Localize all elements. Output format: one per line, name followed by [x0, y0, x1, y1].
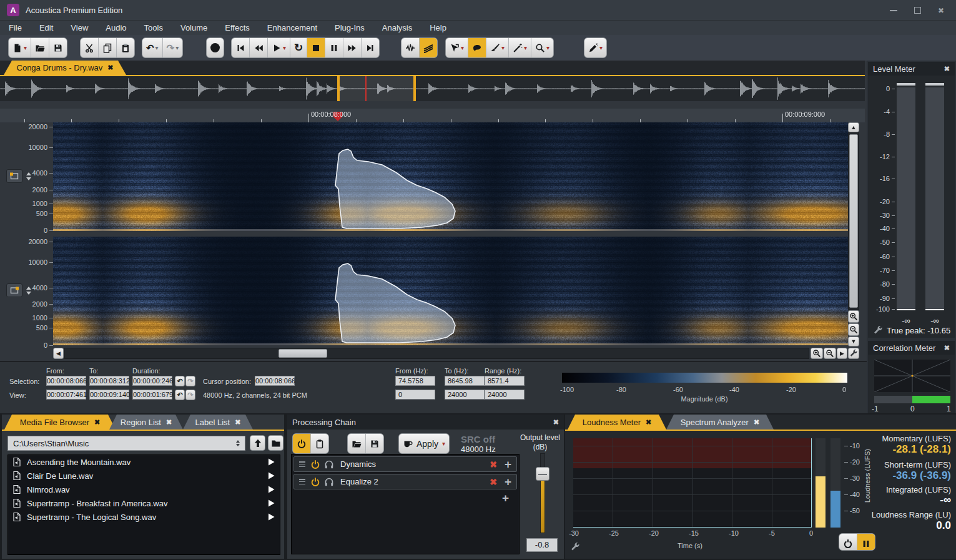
vertical-scrollbar-thumb[interactable]	[849, 134, 858, 308]
file-list[interactable]: Ascending the Mountain.wav Clair De Lune…	[7, 454, 280, 555]
view-undo-button[interactable]: ↶	[175, 390, 185, 400]
document-tab[interactable]: Conga Drums - Dry.wav ✖	[4, 61, 126, 75]
menu-tools[interactable]: Tools	[136, 21, 172, 35]
tab-media-file-browser[interactable]: Media File Browser✖	[4, 415, 116, 430]
play-button[interactable]: ▾	[268, 38, 290, 57]
drag-handle-icon[interactable]	[299, 461, 305, 467]
fast-forward-button[interactable]	[343, 38, 362, 57]
menu-view[interactable]: View	[62, 21, 97, 35]
menu-plugins[interactable]: Plug-Ins	[326, 21, 373, 35]
retouch-tool-button[interactable]: ▾	[584, 38, 606, 57]
tab-region-list[interactable]: Region List✖	[109, 415, 183, 430]
effect-power-icon[interactable]	[310, 459, 320, 469]
rewind-button[interactable]	[250, 38, 268, 57]
processing-chain-close-icon[interactable]: ✖	[553, 418, 559, 426]
chain-open-button[interactable]	[348, 434, 366, 453]
select-tool-button[interactable]: ▾	[446, 38, 468, 57]
tab-loudness-meter[interactable]: Loudness Meter✖	[568, 415, 666, 430]
output-level-value[interactable]: -0.8	[526, 538, 558, 552]
open-file-button[interactable]	[31, 38, 49, 57]
horizontal-scrollbar-thumb[interactable]	[278, 349, 327, 358]
horizontal-scroll-right-button[interactable]: ▶	[837, 348, 847, 359]
vertical-scroll-down-button[interactable]: ▼	[848, 336, 859, 346]
close-button[interactable]: ✖	[936, 6, 946, 16]
effect-power-icon[interactable]	[310, 477, 320, 487]
save-file-button[interactable]	[49, 38, 67, 57]
vertical-zoom-out-button[interactable]	[848, 323, 859, 336]
remove-effect-icon[interactable]: ✖	[490, 477, 497, 487]
freehand-select-tool-button[interactable]	[468, 38, 486, 57]
tab-spectrum-analyzer[interactable]: Spectrum Analyzer✖	[666, 415, 774, 430]
redo-button[interactable]: ↷▾	[163, 38, 183, 57]
zoom-tool-button[interactable]: ▾	[531, 38, 553, 57]
selection-from-hz-field[interactable]: 74.5758	[395, 376, 435, 386]
chain-enable-button[interactable]	[293, 434, 311, 453]
undo-button[interactable]: ↶▾	[142, 38, 163, 57]
chain-save-button[interactable]	[366, 434, 383, 453]
menu-file[interactable]: File	[0, 21, 31, 35]
vertical-zoom-in-button[interactable]	[848, 310, 859, 323]
spectral-selection-channel-2[interactable]	[53, 237, 848, 345]
channel-1-spinner[interactable]	[25, 169, 32, 183]
effect-name[interactable]: Dynamics	[340, 459, 376, 469]
file-preview-play-button[interactable]	[266, 498, 276, 508]
horizontal-scrollbar[interactable]	[64, 348, 809, 359]
view-region-right-handle[interactable]	[413, 76, 416, 101]
channel-2-spinner[interactable]	[25, 283, 32, 297]
selection-to-hz-field[interactable]: 8645.98	[445, 376, 485, 386]
pause-button[interactable]	[325, 38, 343, 57]
file-preview-play-button[interactable]	[266, 457, 276, 467]
zoom-settings-button[interactable]	[848, 348, 859, 359]
spectrogram-view-button[interactable]	[420, 38, 437, 57]
file-preview-play-button[interactable]	[266, 484, 276, 494]
waveform-view-button[interactable]	[402, 38, 420, 57]
chain-item-equalize-2[interactable]: Equalize 2 ✖ +	[293, 474, 517, 489]
view-to-hz-field[interactable]: 24000	[445, 390, 485, 400]
selection-undo-button[interactable]: ↶	[175, 376, 185, 386]
menu-analysis[interactable]: Analysis	[373, 21, 421, 35]
maximize-button[interactable]	[912, 6, 922, 16]
tab-close-icon[interactable]: ✖	[754, 418, 759, 426]
file-preview-play-button[interactable]	[266, 512, 276, 522]
menu-audio[interactable]: Audio	[97, 21, 135, 35]
view-duration-field[interactable]: 00:00:01:679	[132, 390, 172, 400]
stop-button[interactable]	[307, 38, 325, 57]
level-meter-close-icon[interactable]: ✖	[944, 65, 950, 73]
selection-duration-field[interactable]: 00:00:00:246	[132, 376, 172, 386]
vertical-scroll-up-button[interactable]: ▲	[848, 122, 859, 132]
overview-view-region[interactable]	[337, 76, 416, 101]
loudness-pause-button[interactable]	[857, 534, 875, 551]
paste-button[interactable]	[117, 38, 134, 57]
chain-item-dynamics[interactable]: Dynamics ✖ +	[293, 456, 517, 472]
file-row[interactable]: Supertramp - The Logical Song.wav	[8, 510, 280, 524]
view-to-field[interactable]: 00:00:09:140	[89, 390, 129, 400]
view-redo-button[interactable]: ↷	[185, 390, 195, 400]
skip-to-start-button[interactable]	[232, 38, 250, 57]
tab-close-icon[interactable]: ✖	[235, 418, 240, 426]
tab-close-icon[interactable]: ✖	[166, 418, 172, 426]
horizontal-zoom-out-button[interactable]	[824, 348, 836, 359]
correlation-meter-close-icon[interactable]: ✖	[944, 344, 950, 352]
magic-wand-tool-button[interactable]: ▾	[509, 38, 531, 57]
cursor-position-field[interactable]: 00:00:08:066	[255, 376, 295, 386]
overview-waveform-canvas[interactable]	[0, 76, 865, 101]
copy-button[interactable]	[99, 38, 117, 57]
horizontal-scroll-left-button[interactable]: ◀	[53, 348, 64, 359]
skip-to-end-button[interactable]	[362, 38, 379, 57]
tab-label-list[interactable]: Label List✖	[183, 415, 253, 430]
tab-close-icon[interactable]: ✖	[646, 418, 651, 426]
effect-name[interactable]: Equalize 2	[340, 477, 378, 486]
file-row[interactable]: Ascending the Mountain.wav	[8, 455, 280, 469]
level-meter-settings-icon[interactable]	[873, 325, 883, 335]
menu-volume[interactable]: Volume	[172, 21, 216, 35]
folder-up-button[interactable]	[250, 435, 265, 451]
document-tab-close-icon[interactable]: ✖	[107, 64, 113, 72]
waveform-overview[interactable]	[0, 76, 865, 101]
file-row[interactable]: Nimrod.wav	[8, 483, 280, 496]
loudness-reset-button[interactable]	[839, 534, 857, 551]
cut-button[interactable]	[81, 38, 99, 57]
file-row[interactable]: Supertramp - Breakfast in America.wav	[8, 496, 280, 510]
menu-help[interactable]: Help	[421, 21, 455, 35]
record-button[interactable]	[207, 38, 224, 57]
loop-playback-button[interactable]: ↻	[290, 38, 307, 57]
